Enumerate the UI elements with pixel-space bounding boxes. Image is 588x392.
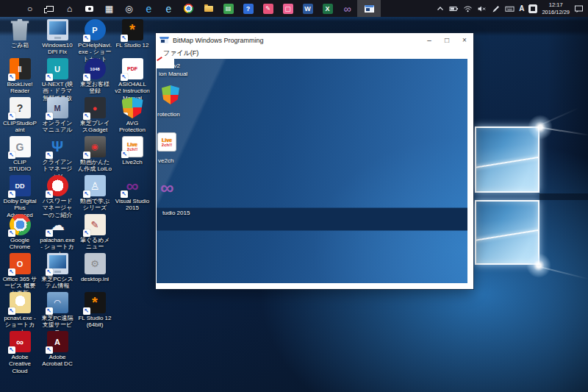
recycle-bin-icon [10,19,31,40]
cortana-search-button-icon: ○ [27,4,32,14]
taskbar-clock[interactable]: 12:17 2016/12/29 [542,1,570,16]
desktop-icon-desktop-ini[interactable]: ⚙desktop.ini [77,253,112,282]
desktop-icon-office-365[interactable]: O↖Office 365 サービス 概要と更新 [2,253,37,296]
desktop-icon-pcnavi[interactable]: ↖pcnavi.exe - ショートカット [2,292,37,335]
online-manual-icon: M↖ [47,97,68,118]
windows10-dpi-fix-icon [47,19,68,40]
shortcut-arrow-badge: ↖ [8,229,15,237]
taskbar-chrome-browser[interactable] [179,0,198,17]
desktop-icon-label: オンラインマニュアル [40,120,75,134]
desktop-icon-online-manual[interactable]: M↖オンラインマニュアル [40,97,75,134]
taskbar-help-app[interactable]: ? [238,0,258,17]
avg-protection-icon: ↖ [122,97,143,118]
pen-icon[interactable] [491,4,501,13]
shortcut-arrow-badge: ↖ [83,74,90,81]
wifi-icon[interactable] [463,4,473,13]
taskbar-store-app[interactable]: ⌂ [60,0,79,17]
taskbar-capture-app[interactable]: ▢ [278,0,298,17]
desktop-icon-fl-studio-12-64[interactable]: *↖FL Studio 12 (64bit) [77,292,112,329]
taskbar-camera-app[interactable] [79,0,99,17]
desktop-icon-clip-studio[interactable]: G↖CLIP STUDIO [2,136,37,173]
taskbar-cortana-search-button[interactable]: ○ [20,0,40,17]
desktop-icon-label: desktop.ini [77,276,112,282]
visual-studio-2015-icon: ∞↖ [122,175,143,196]
office-365-icon: O↖ [10,253,31,274]
menu-file[interactable]: ファイル(F) [160,49,201,58]
desktop-icon-label: 動画かんたん作成 LoiLo [77,159,112,173]
window-menubar: ファイル(F) [156,47,473,59]
desktop-icon-manabu-series[interactable]: ♙↖動画で学ぶシリーズ [77,175,112,212]
volume-muted-icon[interactable] [477,4,487,13]
shortcut-arrow-badge: ↖ [8,113,15,120]
desktop-icon-recycle-bin[interactable]: ごみ箱 [2,19,37,49]
desktop-icon-avg-protection[interactable]: ↖AVG Protection [115,97,150,134]
adobe-acrobat-dc-icon: A↖ [47,331,68,352]
taskbar-calculator-app[interactable]: ▦ [99,0,119,17]
capture-app-icon: ▢ [283,4,293,14]
taskbar-file-explorer[interactable] [198,0,218,17]
battery-icon[interactable] [449,4,459,13]
taskbar-visual-studio-app[interactable]: ∞ [337,0,357,17]
desktop-icon-fl-studio-12[interactable]: *↖FL Studio 12 [115,19,150,49]
action-center-icon[interactable] [574,4,584,13]
toshiba-sysinfo-icon: ↖ [47,253,68,274]
touch-keyboard-icon[interactable] [505,4,514,13]
ime-mode-indicator[interactable]: A [519,4,524,13]
window-titlebar[interactable]: BitMap Windows Programming – □ × [156,33,473,47]
desktop-icon-toshiba-remote-support[interactable]: ◠↖東芝PC遠隔支援サービス [40,292,75,335]
desktop-icon-toshiba-registration[interactable]: 1048↖東芝お客様登録 [77,58,112,95]
taskbar-fudegurume-app[interactable]: ✎ [258,0,278,17]
desktop-icon-live2ch[interactable]: Live2ch!!↖Live2ch [115,136,150,165]
minimize-button[interactable]: – [420,33,438,47]
desktop-icon-toshiba-sysinfo[interactable]: ↖東芝PCシステム情報 [40,253,75,290]
desktop-icon-password-manager[interactable]: ↖パスワードマネージャーのご紹介 [40,175,75,218]
client-white-artifact [157,59,174,68]
tray-chevron-icon[interactable] [435,4,445,13]
bitmap-label-fragment: ve2ch [158,157,173,164]
close-button[interactable]: × [456,33,473,47]
fl-studio-12-icon: *↖ [122,19,143,40]
bitmap-icon-fragment: ∞ [160,177,174,199]
ime-icon[interactable] [528,4,537,13]
desktop-icon-label: 東芝お客様登録 [77,81,112,95]
desktop-icon-adobe-acrobat-dc[interactable]: A↖Adobe Acrobat DC [40,331,75,368]
desktop-icon-label: Adobe Creative Cloud [2,354,37,374]
fudegurume-menu-icon: ✎↖ [85,214,106,235]
desktop-icon-palachan[interactable]: ☁↖palachan.exe - ショートカット [40,214,75,257]
taskbar-task-view-button[interactable] [40,0,60,17]
toshiba-registration-icon: 1048↖ [85,58,106,79]
desktop-icon-windows10-dpi-fix[interactable]: Windows10 DPI Fix [40,19,75,56]
shortcut-arrow-badge: ↖ [46,229,53,237]
shortcut-arrow-badge: ↖ [8,307,15,315]
desktop-icon-label: CLIP STUDIO [2,159,37,173]
asio4all-manual-icon: PDF↖ [122,58,143,79]
desktop-icon-label: AVG Protection [115,120,150,134]
desktop-icon-toshiba-place-gadget[interactable]: ●↖東芝プレイスGadget [77,97,112,134]
taskbar-bitmap-program-running[interactable] [357,0,381,17]
desktop-icon-pchelpnavi[interactable]: P↖PCHelpNavi.exe - ショートカット [77,19,112,63]
taskbar-onenote-app[interactable]: ▤ [218,0,238,17]
taskbar-excel-app[interactable]: X [318,0,337,17]
desktop-icon-label: 動画で学ぶシリーズ [77,198,112,212]
desktop-icon-loilo[interactable]: ◉↖動画かんたん作成 LoiLo [77,136,112,173]
maximize-button[interactable]: □ [438,33,456,47]
taskbar-internet-explorer[interactable]: e [159,0,179,17]
desktop-icon-clipstudiopaint[interactable]: ?↖CLIPStudioPaint [2,97,37,134]
shortcut-arrow-badge: ↖ [83,229,90,237]
shortcut-arrow-badge: ↖ [46,190,53,198]
desktop-icon-booklive-reader[interactable]: ‖↖BookLive! Reader [2,58,37,95]
desktop-icon-asio4all-manual[interactable]: PDF↖ASIO4ALL v2 Instruction Manual [115,58,150,101]
taskbar-edge-browser[interactable]: e [139,0,159,17]
taskbar-start-button[interactable] [0,0,20,17]
media-player-app-icon: ◎ [125,4,132,14]
desktop-icon-google-chrome[interactable]: ↖Google Chrome [2,214,37,251]
shortcut-arrow-badge: ↖ [121,151,129,158]
desktop-icon-label: 筆ぐるめメニュー [77,237,112,251]
desktop-icon-adobe-creative-cloud[interactable]: ∞↖Adobe Creative Cloud [2,331,37,374]
u-next-icon: U↖ [47,58,68,79]
taskbar-word-app[interactable]: W [298,0,318,17]
desktop-icon-client-manager-v[interactable]: Ψ↖クライアントマネージャV [40,136,75,179]
desktop-icon-visual-studio-2015[interactable]: ∞↖Visual Studio 2015 [115,175,150,212]
taskbar-media-player-app[interactable]: ◎ [119,0,139,17]
desktop-icon-fudegurume-menu[interactable]: ✎↖筆ぐるめメニュー [77,214,112,251]
